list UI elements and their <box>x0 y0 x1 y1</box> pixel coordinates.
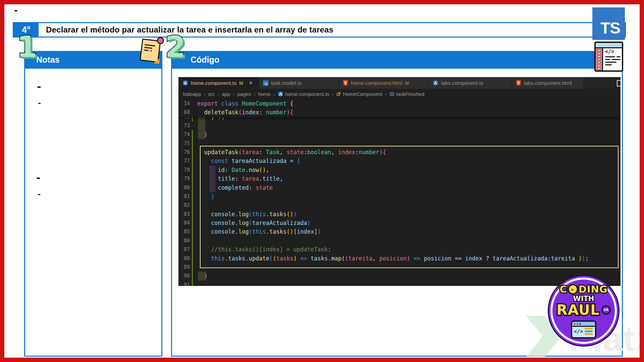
breadcrumb-separator: › <box>254 91 255 97</box>
git-modified-indicator <box>192 166 193 174</box>
breadcrumb-label: src <box>208 91 215 97</box>
breadcrumb-item-home.component.ts[interactable]: home.component.ts <box>278 91 329 97</box>
code-line-77: 77 const tareaActualizada = { <box>178 157 621 165</box>
tab-label: home.component.html <box>351 80 402 86</box>
breadcrumb-label: todoapp <box>183 91 201 97</box>
code-line-82: 82 <box>178 201 621 209</box>
git-modified-indicator <box>192 183 193 192</box>
modified-badge: M <box>405 80 409 86</box>
code-line-73: 73 <box>178 121 621 130</box>
code-line-79: 79 title: tarea.title, <box>178 174 621 183</box>
tab-label: home.component.ts <box>191 80 236 86</box>
git-modified-indicator <box>192 219 193 227</box>
tab-bar: home.component.tsM×TStask.model.ts5home.… <box>178 77 621 89</box>
tab-close-icon[interactable]: × <box>249 80 253 86</box>
git-modified-indicator <box>192 272 193 280</box>
logo-sr-badge: SR <box>601 305 611 315</box>
breadcrumb-label: app <box>222 91 230 97</box>
html-icon: 5 <box>516 80 521 86</box>
breadcrumb-separator: › <box>273 91 275 97</box>
tab-home.component.html[interactable]: 5home.component.htmlM <box>339 77 429 89</box>
line-number: 68 <box>178 108 190 117</box>
git-modified-indicator <box>192 201 193 209</box>
section-number-2: 2 <box>165 32 185 62</box>
breadcrumb-item-pages[interactable]: pages <box>237 91 251 97</box>
code-window-icon: </> <box>594 42 623 72</box>
breadcrumb-label: taskFinished <box>396 91 424 97</box>
logo-code-tag: </> <box>574 328 583 335</box>
git-modified-indicator <box>192 148 193 157</box>
logo-word-ding: DING <box>579 284 608 295</box>
breadcrumb-item-home[interactable]: home <box>258 91 271 97</box>
line-number: 84 <box>178 219 190 227</box>
angular-icon <box>433 80 438 86</box>
notes-panel: Notas <box>24 51 162 357</box>
breadcrumb-label: home.component.ts <box>285 91 329 97</box>
html-icon: 5 <box>343 80 348 86</box>
code-line-72: 72 } ); <box>178 117 621 121</box>
code-line-80: 80 completed: state <box>178 183 621 192</box>
line-number: 83 <box>178 210 190 219</box>
note-bullet: - <box>38 191 41 198</box>
line-number: 78 <box>178 166 190 174</box>
section-number-1: 1 <box>17 32 37 62</box>
modified-badge: M <box>239 80 243 86</box>
tab-labs.component.html[interactable]: 5labs.component.html <box>512 77 584 89</box>
breadcrumb-item-HomeComponent[interactable]: HomeComponent <box>336 91 382 97</box>
line-number: 86 <box>178 236 190 245</box>
tab-label: labs.component.html <box>524 80 572 86</box>
logo-browser-icon: </> <box>571 320 596 339</box>
method-icon <box>389 92 394 97</box>
logo-word-c: C <box>559 284 567 295</box>
tab-task.model.ts[interactable]: TStask.model.ts <box>259 77 339 89</box>
breadcrumb-separator: › <box>233 91 234 97</box>
git-modified-indicator <box>192 157 193 165</box>
partial-line: 72 } ); <box>178 117 621 121</box>
code-panel-title: Código <box>191 55 219 65</box>
git-modified-indicator <box>192 139 193 148</box>
code-line-78: 78 id: Date.now(), <box>178 166 621 174</box>
line-number: 74 <box>178 130 190 139</box>
code-line-76: 76 updateTask(tarea: Task, state:boolean… <box>178 148 621 157</box>
breadcrumb-separator: › <box>332 91 333 97</box>
git-modified-indicator <box>192 192 193 201</box>
code-line-68: 68 deleteTask(index: number){ <box>178 108 621 117</box>
line-number: 90 <box>178 272 190 280</box>
poster-page: - 4° Declarar el método par actualizar l… <box>0 0 644 362</box>
breadcrumb-separator: › <box>204 91 205 97</box>
code-line-75: 75 <box>178 139 621 148</box>
git-modified-indicator <box>192 281 193 286</box>
note-bullet: - <box>38 100 41 107</box>
tab-home.component.ts[interactable]: home.component.tsM× <box>178 77 259 89</box>
sticky-scroll: 14export class HomeComponent {68 deleteT… <box>178 99 621 117</box>
git-modified-indicator <box>192 130 193 139</box>
breadcrumb-item-app[interactable]: app <box>222 91 230 97</box>
class-icon <box>336 92 341 97</box>
line-number: 89 <box>178 263 190 272</box>
line-number: 76 <box>178 148 190 157</box>
step-title: Declarar el método par actualizar la tar… <box>39 25 333 35</box>
git-modified-indicator <box>192 236 193 245</box>
line-number: 88 <box>178 254 190 263</box>
note-bullet: - <box>36 173 40 183</box>
notes-panel-title: Notas <box>36 55 59 65</box>
code-line-84: 84 console.log(tareaActualizada) <box>178 219 621 227</box>
code-line-14: 14export class HomeComponent { <box>178 99 621 108</box>
svg-text:5: 5 <box>518 81 520 85</box>
breadcrumb-item-src[interactable]: src <box>208 91 215 97</box>
line-number: 82 <box>178 201 190 209</box>
git-modified-indicator <box>192 117 193 121</box>
git-modified-indicator <box>192 263 193 272</box>
breadcrumb-item-todoapp[interactable]: todoapp <box>183 91 201 97</box>
breadcrumb-item-taskFinished[interactable]: taskFinished <box>389 91 424 97</box>
step-header: 4° Declarar el método par actualizar la … <box>13 22 626 38</box>
line-number: 79 <box>178 174 190 183</box>
svg-text:5: 5 <box>344 81 346 85</box>
line-number: 14 <box>178 99 190 108</box>
vscode-editor[interactable]: home.component.tsM×TStask.model.ts5home.… <box>178 77 621 286</box>
git-modified-indicator <box>192 245 193 254</box>
code-viewport[interactable]: 7374 }7576 updateTask(tarea: Task, state… <box>178 121 621 286</box>
split-editor-icon[interactable] <box>617 80 621 86</box>
tab-labs.component.ts[interactable]: labs.component.ts <box>429 77 512 89</box>
line-number: 73 <box>178 121 190 130</box>
